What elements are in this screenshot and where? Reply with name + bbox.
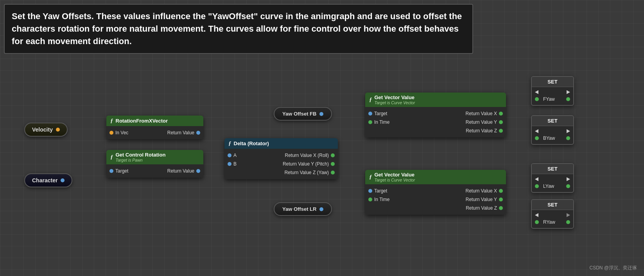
set-lyaw-out-pin[interactable] [566,184,570,188]
yaw-lr-pin[interactable] [319,207,323,211]
character-label: Character [32,177,57,183]
description-box: Set the Yaw Offsets. These values influe… [4,4,473,54]
gvvb-outz-pin[interactable] [499,206,503,210]
gvv-top-subtitle: Target is Curve Vector [375,100,415,105]
set-ryaw-out-pin[interactable] [566,220,570,224]
set-ryaw-node: SET RYaw [531,199,574,229]
return-value-pin[interactable] [196,131,200,135]
gvvt-intime-pin[interactable] [368,120,372,124]
get-control-rotation-title: Get Control Rotation [116,152,166,158]
set-fyaw-node: SET FYaw [531,76,574,106]
delta-a-pin[interactable] [228,153,231,157]
yaw-offset-fb-node: Yaw Offset FB [274,107,332,121]
set-byaw-node: SET BYaw [531,115,574,145]
gvvt-outy-pin[interactable] [499,120,503,124]
in-vec-pin[interactable] [109,131,113,135]
set-ryaw-header: SET [532,200,573,210]
yaw-fb-pin[interactable] [319,112,323,116]
gvvb-subtitle: Target is Curve Vector [375,178,415,182]
gvvt-target-pin[interactable] [368,112,372,116]
set-byaw-out-pin[interactable] [566,136,570,140]
rotation-from-xvector-node: ƒ RotationFromXVector In Vec Return Valu… [106,116,203,139]
set-fyaw-exec-out[interactable] [567,90,570,94]
delta-title: Delta (Rotator) [234,141,269,146]
gvvb-target-label: Target [374,188,436,194]
set-lyaw-header: SET [532,164,573,174]
set-byaw-label: BYaw [541,135,564,141]
set-ryaw-exec-in[interactable] [535,213,538,217]
get-vector-value-top-node: ƒ Get Vector Value Target is Curve Vecto… [365,93,506,137]
set-lyaw-pin[interactable] [535,184,539,188]
gvvt-outx-label: Return Value X [436,111,497,116]
set-byaw-pin[interactable] [535,136,539,140]
get-vector-value-bottom-node: ƒ Get Vector Value Target is Curve Vecto… [365,170,506,215]
gcr-target-pin[interactable] [109,169,113,173]
get-control-rotation-node: ƒ Get Control Rotation Target is Pawn Ta… [106,150,203,178]
gvvb-outx-label: Return Value X [436,188,497,194]
set-lyaw-exec-in[interactable] [535,177,538,181]
gvvt-target-label: Target [374,111,436,116]
delta-yaw-pin[interactable] [331,171,335,175]
gvvt-outx-pin[interactable] [499,112,503,116]
delta-roll-pin[interactable] [331,153,335,157]
delta-pitch-pin[interactable] [331,162,335,166]
set-ryaw-pin[interactable] [535,220,539,224]
gvvt-outz-pin[interactable] [499,129,503,133]
set-ryaw-label: RYaw [541,219,564,225]
get-control-rotation-subtitle: Target is Pawn [116,158,166,162]
gvvb-outy-label: Return Value Y [436,197,497,202]
gvvb-target-pin[interactable] [368,189,372,193]
yaw-offset-lr-node: Yaw Offset LR [274,202,332,216]
velocity-output-pin[interactable] [56,128,60,132]
set-byaw-exec-in[interactable] [535,129,538,133]
velocity-label: Velocity [32,126,53,133]
set-ryaw-exec-out[interactable] [567,213,570,217]
gvvb-title: Get Vector Value [375,172,415,178]
set-fyaw-header: SET [532,77,573,87]
delta-pitch-label: Return Value Y (Pitch) [281,161,329,167]
gvvb-outx-pin[interactable] [499,189,503,193]
yaw-offset-fb-label: Yaw Offset FB [282,111,316,117]
set-fyaw-pin[interactable] [535,97,539,101]
gvvt-outz-label: Return Value Z [368,128,497,134]
gvvb-outz-label: Return Value Z [368,205,497,211]
set-lyaw-label: LYaw [541,183,564,189]
set-byaw-exec-out[interactable] [567,129,570,133]
return-value-label: Return Value [155,130,194,135]
delta-b-pin[interactable] [228,162,231,166]
velocity-node: Velocity [24,123,68,137]
gcr-return-pin[interactable] [196,169,200,173]
set-fyaw-out-pin[interactable] [566,97,570,101]
set-fyaw-label: FYaw [541,96,564,102]
rotation-xvector-title: RotationFromXVector [116,118,168,124]
delta-rotator-node: ƒ Delta (Rotator) A Return Value X (Roll… [224,138,338,179]
gvvt-outy-label: Return Value Y [436,119,497,125]
watermark: CSDN @浮沉、奕迁琢 [589,265,637,271]
character-output-pin[interactable] [61,178,65,182]
in-vec-label: In Vec [115,130,155,135]
gvvb-intime-label: In Time [374,197,436,202]
yaw-offset-lr-label: Yaw Offset LR [282,206,316,212]
set-lyaw-exec-out[interactable] [567,177,570,181]
gcr-return-label: Return Value [155,168,194,174]
set-byaw-header: SET [532,116,573,126]
set-lyaw-node: SET LYaw [531,163,574,193]
set-fyaw-exec-in[interactable] [535,90,538,94]
delta-b-label: B [233,161,281,167]
description-text: Set the Yaw Offsets. These values influe… [12,10,465,48]
delta-roll-label: Return Value X (Roll) [281,153,329,158]
character-node: Character [24,173,72,187]
delta-yaw-label: Return Value Z (Yaw) [228,170,329,175]
gvvt-intime-label: In Time [374,119,436,125]
gvvb-intime-pin[interactable] [368,198,372,201]
gvv-top-title: Get Vector Value [375,94,415,100]
gcr-target-label: Target [115,168,155,174]
gvvb-outy-pin[interactable] [499,198,503,201]
delta-a-label: A [233,153,281,158]
